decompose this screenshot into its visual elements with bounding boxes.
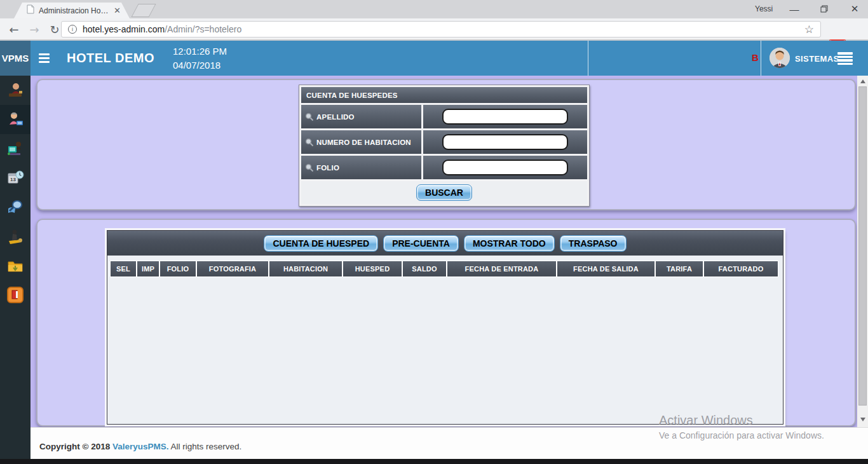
sidebar-item-concierge[interactable]: [0, 222, 31, 251]
search-section: CUENTA DE HUESPEDES APELLIDO NUMERO DE H…: [36, 79, 856, 210]
form-row-folio: FOLIO: [301, 156, 587, 179]
new-tab-button[interactable]: [131, 4, 156, 17]
app-title: HOTEL DEMO: [67, 51, 154, 65]
col-folio: FOLIO: [160, 261, 196, 276]
copyright-prefix: Copyright © 2018: [39, 442, 112, 451]
archive-folder-icon: [6, 257, 24, 275]
tab-title: Administracion Hotelera: [39, 6, 109, 15]
logged-in-user[interactable]: SISTEMAS: [795, 54, 839, 64]
habitacion-label-cell: NUMERO DE HABITACION: [301, 130, 421, 154]
tab-close-icon[interactable]: ✕: [114, 6, 121, 15]
browser-toolbar: ← → ↻ i hotel.yes-admin.com/Admin/?s=hot…: [0, 18, 868, 41]
receptionist-icon: [6, 81, 24, 99]
sidebar-item-front-desk[interactable]: [0, 134, 31, 163]
notification-letter: B: [752, 52, 759, 63]
apellido-label-cell: APELLIDO: [301, 105, 421, 128]
col-fecha-entrada: FECHA DE ENTRADA: [447, 261, 556, 276]
app-header: VPMS HOTEL DEMO 12:01:26 PM 04/07/2018 B…: [0, 41, 868, 76]
header-divider: [588, 41, 588, 76]
window-restore-button[interactable]: [813, 0, 835, 18]
sidebar-item-archive[interactable]: [0, 251, 31, 280]
col-tarifa: TARIFA: [656, 261, 703, 276]
scroll-down-arrow-icon[interactable]: [860, 418, 865, 421]
tab-traspaso[interactable]: TRASPASO: [560, 235, 627, 252]
form-row-apellido: APELLIDO: [301, 105, 587, 128]
window-close-button[interactable]: ✕: [844, 0, 865, 18]
clock-date: 04/07/2018: [173, 58, 227, 72]
sidebar-nav: 13: [0, 76, 31, 464]
page-info-icon[interactable]: i: [68, 25, 77, 34]
screenshot-root: Administracion Hotelera ✕ Yessi — ✕ ← → …: [0, 0, 868, 464]
sidebar-item-search-records[interactable]: [0, 193, 31, 222]
front-desk-computer-icon: [6, 140, 24, 158]
url-host: hotel.yes-admin.com: [83, 24, 165, 34]
col-saldo: SALDO: [403, 261, 446, 276]
copyright-text: Copyright © 2018 ValeryusPMS. All rights…: [39, 442, 241, 451]
control-sidebar-toggle-icon[interactable]: [837, 52, 853, 65]
user-avatar[interactable]: [770, 48, 790, 68]
svg-text:13: 13: [10, 177, 16, 182]
page-favicon-icon: [27, 4, 34, 17]
windows-activation-watermark-line2: Ve a Configuración para activar Windows.: [659, 430, 824, 440]
apellido-label: APELLIDO: [316, 113, 355, 121]
col-imp: IMP: [137, 261, 159, 276]
scroll-up-arrow-icon[interactable]: [860, 79, 865, 83]
header-divider: [761, 41, 761, 76]
folio-label: FOLIO: [316, 164, 339, 172]
back-button[interactable]: ←: [5, 20, 23, 38]
url-text: hotel.yes-admin.com/Admin/?s=hotelero: [83, 24, 241, 34]
apellido-input-cell: [423, 105, 587, 128]
form-row-habitacion: NUMERO DE HABITACION: [301, 130, 587, 154]
magnifier-icon: [305, 113, 314, 121]
folio-input-cell: [423, 156, 587, 179]
clock-time: 12:01:26 PM: [173, 44, 227, 58]
brand-logo[interactable]: VPMS: [0, 41, 31, 76]
col-fotografia: FOTOGRAFIA: [197, 261, 268, 276]
tab-pre-cuenta[interactable]: PRE-CUENTA: [383, 235, 459, 252]
guest-service-icon: [6, 111, 24, 128]
col-fecha-salida: FECHA DE SALIDA: [557, 261, 654, 276]
sidebar-toggle-icon[interactable]: [39, 53, 50, 63]
folio-label-cell: FOLIO: [301, 156, 421, 179]
results-section: CUENTA DE HUESPED PRE-CUENTA MOSTRAR TOD…: [36, 219, 856, 426]
forward-button[interactable]: →: [25, 20, 43, 38]
tab-mostrar-todo[interactable]: MOSTRAR TODO: [464, 235, 555, 252]
sidebar-item-receptionist[interactable]: [0, 76, 31, 105]
results-button-bar: CUENTA DE HUESPED PRE-CUENTA MOSTRAR TOD…: [107, 231, 783, 256]
magnifier-icon: [305, 138, 314, 147]
scrollbar-thumb[interactable]: [858, 86, 867, 406]
folio-input[interactable]: [442, 160, 568, 175]
browser-profile-name[interactable]: Yessi: [755, 4, 773, 13]
browser-titlebar: Administracion Hotelera ✕ Yessi — ✕: [0, 0, 868, 18]
browser-tab[interactable]: Administracion Hotelera ✕: [14, 3, 130, 18]
col-facturado: FACTURADO: [704, 261, 778, 276]
col-sel: SEL: [111, 261, 136, 276]
apellido-input[interactable]: [442, 109, 568, 125]
windows-activation-watermark-line1: Activar Windows: [659, 413, 753, 428]
concierge-icon: [6, 228, 24, 245]
vertical-scrollbar[interactable]: [857, 76, 868, 427]
window-minimize-button[interactable]: —: [783, 0, 805, 18]
habitacion-input[interactable]: [442, 134, 568, 150]
address-bar[interactable]: i hotel.yes-admin.com/Admin/?s=hotelero …: [61, 21, 821, 38]
col-huesped: HUESPED: [343, 261, 402, 276]
guest-account-search-panel: CUENTA DE HUESPEDES APELLIDO NUMERO DE H…: [299, 85, 590, 207]
col-habitacion: HABITACION: [269, 261, 342, 276]
sidebar-item-calendar[interactable]: 13: [0, 163, 31, 193]
search-records-icon: [6, 198, 24, 216]
panel-footer: BUSCAR: [301, 181, 587, 204]
main-content: CUENTA DE HUESPEDES APELLIDO NUMERO DE H…: [31, 76, 857, 427]
rights-text: All rights reserved.: [169, 442, 242, 451]
panel-title: CUENTA DE HUESPEDES: [301, 87, 587, 103]
window-bottom-edge: [0, 459, 868, 464]
tab-cuenta-de-huesped[interactable]: CUENTA DE HUESPED: [264, 235, 378, 252]
sidebar-item-guest-accounts[interactable]: [0, 105, 31, 134]
bookmark-star-icon[interactable]: ☆: [804, 23, 814, 36]
results-widget: CUENTA DE HUESPED PRE-CUENTA MOSTRAR TOD…: [107, 230, 783, 425]
ledger-book-icon: [6, 286, 24, 304]
valeryuspms-link[interactable]: ValeryusPMS.: [112, 442, 169, 451]
habitacion-label: NUMERO DE HABITACION: [316, 139, 411, 146]
url-path: /Admin/?s=hotelero: [165, 24, 241, 34]
sidebar-item-ledger[interactable]: [0, 280, 31, 310]
buscar-button[interactable]: BUSCAR: [416, 184, 472, 201]
